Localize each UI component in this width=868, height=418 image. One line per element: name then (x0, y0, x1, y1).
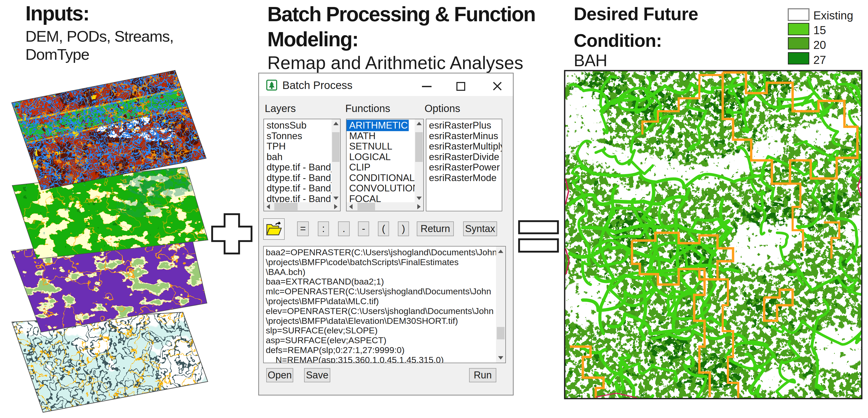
svg-text:15: 15 (813, 24, 826, 36)
svg-text:20: 20 (813, 39, 826, 51)
svg-text:Existing: Existing (813, 9, 853, 22)
svg-text:27: 27 (813, 54, 826, 66)
